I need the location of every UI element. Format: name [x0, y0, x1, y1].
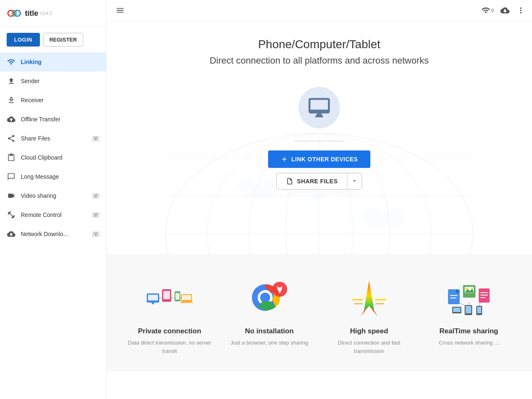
sidebar-item-share-files[interactable]: Share Files V — [0, 129, 106, 148]
svg-rect-23 — [180, 302, 193, 303]
feature-private-image — [145, 275, 195, 320]
chevron-down-icon — [352, 178, 357, 184]
register-button[interactable]: REGISTER — [43, 33, 83, 47]
logo-icon — [7, 6, 22, 21]
sidebar-item-remote-control-label: Remote Control — [21, 212, 62, 218]
feature-private-desc: Data direct transmission, no server tran… — [126, 339, 213, 355]
feature-realtime-image — [444, 275, 494, 320]
app-title: title — [25, 9, 38, 18]
sidebar-item-linking-label: Linking — [21, 59, 42, 65]
feature-realtime: RealTime sharing Cross network sharing .… — [419, 271, 519, 359]
sidebar-item-offline[interactable]: Offline Transfer — [0, 110, 106, 129]
login-button[interactable]: LOGIN — [7, 33, 40, 47]
menu-button[interactable] — [113, 3, 127, 17]
hero-titles: Phone/Computer/Tablet Direct connection … — [201, 21, 437, 74]
sidebar-item-network-download-label: Network Downlo... — [21, 231, 68, 237]
wifi-count: 0 — [491, 8, 494, 13]
sidebar-item-sender[interactable]: Sender — [0, 71, 106, 91]
link-devices-button[interactable]: LINK OTHER DEVICES — [268, 150, 370, 168]
network-download-badge: V — [92, 232, 99, 237]
nav-list: Linking Sender Receiver Offline Transfer — [0, 52, 106, 399]
hero-divider — [294, 141, 344, 141]
sidebar-item-offline-label: Offline Transfer — [21, 116, 60, 123]
share-files-badge: V — [92, 136, 99, 141]
svg-rect-50 — [453, 308, 461, 312]
sidebar-item-network-download[interactable]: Network Downlo... V — [0, 224, 106, 244]
feature-realtime-desc: Cross network sharing ... — [439, 339, 499, 347]
feature-no-installation: No installation Just a browser, one step… — [219, 271, 319, 359]
sidebar-header: title V14.2 — [0, 0, 106, 27]
feature-realtime-title: RealTime sharing — [439, 327, 498, 335]
wifi-icon — [7, 57, 16, 66]
download-status-icon — [500, 6, 510, 15]
feature-speed-image — [344, 275, 394, 320]
sidebar-item-long-message[interactable]: Long Message — [0, 167, 106, 186]
topbar: 0 — [106, 0, 532, 21]
remote-icon — [7, 210, 16, 219]
share-files-button-group: SHARE FILES — [276, 173, 362, 190]
more-options-icon[interactable] — [516, 6, 525, 15]
feature-noinstall-title: No installation — [245, 327, 293, 335]
video-sharing-badge: V — [92, 193, 99, 199]
hero-buttons: LINK OTHER DEVICES SHARE FILES — [268, 150, 370, 190]
file-icon — [286, 177, 293, 185]
auth-buttons: LOGIN REGISTER — [0, 27, 106, 52]
app-version: V14.2 — [40, 11, 52, 16]
share-icon — [7, 134, 16, 143]
svg-rect-22 — [182, 295, 191, 300]
sidebar-item-linking[interactable]: Linking — [0, 52, 106, 71]
feature-speed-title: High speed — [350, 327, 388, 335]
sidebar-item-cloud-clipboard-label: Cloud Clipboard — [21, 154, 62, 161]
feature-private-title: Private connection — [138, 327, 201, 335]
svg-rect-54 — [477, 307, 481, 313]
features-section: Private connection Data direct transmiss… — [106, 254, 532, 372]
cloud-download-icon — [7, 229, 16, 239]
sidebar-item-remote-control[interactable]: Remote Control V — [0, 205, 106, 224]
hero-title-sub: Direct connection to all platforms and a… — [209, 55, 429, 66]
device-icon-circle — [298, 87, 340, 128]
share-files-label: SHARE FILES — [297, 178, 337, 185]
sidebar-item-share-files-label: Share Files — [21, 135, 50, 142]
sidebar-item-receiver[interactable]: Receiver — [0, 91, 106, 110]
hero-device-container: LINK OTHER DEVICES SHARE FILES — [268, 87, 370, 190]
svg-rect-18 — [175, 293, 180, 300]
sidebar-item-cloud-clipboard[interactable]: Cloud Clipboard — [0, 148, 106, 167]
svg-rect-16 — [163, 291, 170, 299]
remote-control-badge: V — [92, 212, 99, 218]
plus-icon — [281, 155, 288, 163]
feature-speed-desc: Direct connection and fast transmission — [325, 339, 413, 355]
share-files-dropdown-button[interactable] — [347, 173, 362, 189]
share-files-button[interactable]: SHARE FILES — [277, 173, 347, 189]
sidebar-item-sender-label: Sender — [21, 78, 39, 84]
upload-icon — [7, 76, 16, 86]
svg-rect-13 — [148, 295, 158, 300]
link-devices-label: LINK OTHER DEVICES — [291, 156, 358, 163]
download-icon — [7, 96, 16, 105]
message-icon — [7, 172, 16, 181]
sidebar-item-long-message-label: Long Message — [21, 173, 59, 180]
feature-private: Private connection Data direct transmiss… — [120, 271, 219, 359]
feature-noinstall-image — [244, 275, 294, 320]
cloud-upload-icon — [7, 115, 16, 124]
svg-rect-52 — [466, 306, 471, 313]
svg-point-27 — [260, 293, 270, 303]
main-content: 0 Phone/Computer/Tablet Direct connectio… — [106, 0, 532, 399]
topbar-icons: 0 — [481, 6, 525, 15]
feature-noinstall-desc: Just a browser, one step sharing — [230, 339, 308, 347]
sidebar-item-receiver-label: Receiver — [21, 97, 44, 103]
sidebar: title V14.2 LOGIN REGISTER Linking Sende… — [0, 0, 106, 399]
sidebar-item-video-sharing[interactable]: Video sharing V — [0, 186, 106, 205]
clipboard-icon — [7, 153, 16, 162]
wifi-status-icon: 0 — [481, 6, 494, 15]
hero-section: Phone/Computer/Tablet Direct connection … — [106, 21, 532, 254]
svg-marker-30 — [364, 281, 374, 310]
hero-title-main: Phone/Computer/Tablet — [209, 38, 429, 51]
sidebar-item-video-sharing-label: Video sharing — [21, 192, 56, 199]
feature-high-speed: High speed Direct connection and fast tr… — [319, 271, 419, 359]
svg-rect-14 — [152, 303, 154, 304]
monitor-icon — [308, 96, 331, 119]
video-icon — [7, 191, 16, 200]
